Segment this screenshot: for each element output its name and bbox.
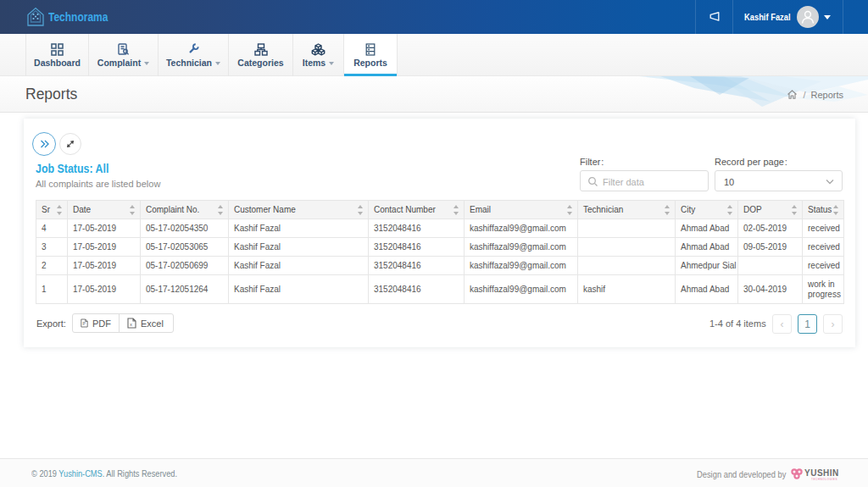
svg-text:P: P	[82, 322, 85, 326]
svg-text:TECHNOLOGIES: TECHNOLOGIES	[811, 478, 837, 481]
svg-text:x: x	[130, 322, 132, 327]
svg-text:YUSHIN: YUSHIN	[804, 468, 839, 478]
